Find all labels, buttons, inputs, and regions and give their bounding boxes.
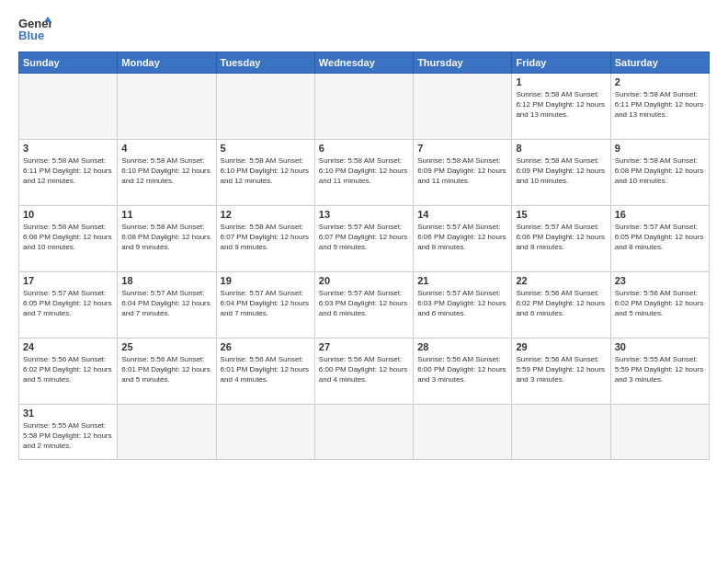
day-info: Sunrise: 5:56 AM Sunset: 5:59 PM Dayligh… bbox=[516, 354, 606, 385]
day-number: 30 bbox=[615, 341, 705, 352]
day-number: 5 bbox=[221, 143, 311, 154]
day-number: 11 bbox=[121, 209, 211, 220]
calendar-week-row: 1Sunrise: 5:58 AM Sunset: 6:12 PM Daylig… bbox=[19, 74, 710, 140]
day-info: Sunrise: 5:56 AM Sunset: 6:00 PM Dayligh… bbox=[319, 354, 409, 385]
col-header-monday: Monday bbox=[118, 52, 216, 74]
day-info: Sunrise: 5:57 AM Sunset: 6:03 PM Dayligh… bbox=[319, 288, 409, 319]
svg-text:Blue: Blue bbox=[18, 29, 44, 42]
day-info: Sunrise: 5:58 AM Sunset: 6:08 PM Dayligh… bbox=[615, 155, 705, 187]
day-number: 15 bbox=[516, 209, 606, 220]
calendar-cell: 15Sunrise: 5:57 AM Sunset: 6:06 PM Dayli… bbox=[512, 206, 610, 272]
day-info: Sunrise: 5:57 AM Sunset: 6:03 PM Dayligh… bbox=[417, 288, 507, 319]
day-number: 18 bbox=[121, 275, 211, 286]
day-info: Sunrise: 5:56 AM Sunset: 6:01 PM Dayligh… bbox=[221, 354, 311, 385]
calendar-cell: 7Sunrise: 5:58 AM Sunset: 6:09 PM Daylig… bbox=[414, 140, 512, 206]
day-number: 20 bbox=[319, 275, 409, 286]
calendar-cell: 12Sunrise: 5:58 AM Sunset: 6:07 PM Dayli… bbox=[216, 206, 314, 272]
calendar-cell: 25Sunrise: 5:56 AM Sunset: 6:01 PM Dayli… bbox=[118, 339, 216, 405]
calendar-cell bbox=[610, 405, 709, 460]
day-number: 1 bbox=[516, 76, 606, 87]
calendar-week-row: 10Sunrise: 5:58 AM Sunset: 6:08 PM Dayli… bbox=[19, 206, 710, 272]
day-info: Sunrise: 5:58 AM Sunset: 6:10 PM Dayligh… bbox=[121, 155, 211, 187]
day-number: 17 bbox=[23, 275, 113, 286]
day-number: 2 bbox=[615, 76, 705, 87]
calendar-cell: 19Sunrise: 5:57 AM Sunset: 6:04 PM Dayli… bbox=[216, 272, 314, 339]
day-number: 24 bbox=[23, 341, 113, 352]
calendar-cell bbox=[216, 74, 314, 140]
calendar-cell: 4Sunrise: 5:58 AM Sunset: 6:10 PM Daylig… bbox=[118, 140, 216, 206]
day-info: Sunrise: 5:58 AM Sunset: 6:11 PM Dayligh… bbox=[23, 155, 113, 187]
col-header-wednesday: Wednesday bbox=[314, 52, 413, 74]
day-info: Sunrise: 5:58 AM Sunset: 6:08 PM Dayligh… bbox=[23, 222, 113, 253]
day-number: 19 bbox=[221, 275, 311, 286]
calendar-cell: 13Sunrise: 5:57 AM Sunset: 6:07 PM Dayli… bbox=[314, 206, 413, 272]
calendar-week-row: 24Sunrise: 5:56 AM Sunset: 6:02 PM Dayli… bbox=[19, 339, 710, 405]
day-info: Sunrise: 5:55 AM Sunset: 5:59 PM Dayligh… bbox=[615, 354, 705, 385]
day-info: Sunrise: 5:57 AM Sunset: 6:06 PM Dayligh… bbox=[417, 222, 507, 253]
day-number: 12 bbox=[221, 209, 311, 220]
day-info: Sunrise: 5:58 AM Sunset: 6:09 PM Dayligh… bbox=[417, 155, 507, 187]
calendar-week-row: 3Sunrise: 5:58 AM Sunset: 6:11 PM Daylig… bbox=[19, 140, 710, 206]
day-number: 7 bbox=[417, 143, 507, 154]
day-info: Sunrise: 5:57 AM Sunset: 6:05 PM Dayligh… bbox=[23, 288, 113, 319]
calendar-cell: 28Sunrise: 5:56 AM Sunset: 6:00 PM Dayli… bbox=[414, 339, 512, 405]
calendar-cell: 1Sunrise: 5:58 AM Sunset: 6:12 PM Daylig… bbox=[512, 74, 610, 140]
calendar-cell bbox=[314, 405, 413, 460]
col-header-sunday: Sunday bbox=[19, 52, 118, 74]
day-number: 13 bbox=[319, 209, 409, 220]
calendar-cell bbox=[118, 74, 216, 140]
calendar-cell: 11Sunrise: 5:58 AM Sunset: 6:08 PM Dayli… bbox=[118, 206, 216, 272]
day-info: Sunrise: 5:56 AM Sunset: 6:01 PM Dayligh… bbox=[121, 354, 211, 385]
calendar-cell: 17Sunrise: 5:57 AM Sunset: 6:05 PM Dayli… bbox=[19, 272, 118, 339]
header: General Blue bbox=[18, 15, 710, 42]
calendar-cell: 10Sunrise: 5:58 AM Sunset: 6:08 PM Dayli… bbox=[19, 206, 118, 272]
col-header-tuesday: Tuesday bbox=[216, 52, 314, 74]
calendar-cell: 8Sunrise: 5:58 AM Sunset: 6:09 PM Daylig… bbox=[512, 140, 610, 206]
calendar-cell bbox=[118, 405, 216, 460]
logo: General Blue bbox=[18, 15, 51, 42]
calendar-cell: 29Sunrise: 5:56 AM Sunset: 5:59 PM Dayli… bbox=[512, 339, 610, 405]
calendar-cell bbox=[512, 405, 610, 460]
calendar-cell: 2Sunrise: 5:58 AM Sunset: 6:11 PM Daylig… bbox=[610, 74, 709, 140]
day-info: Sunrise: 5:57 AM Sunset: 6:04 PM Dayligh… bbox=[221, 288, 311, 319]
calendar-cell: 20Sunrise: 5:57 AM Sunset: 6:03 PM Dayli… bbox=[314, 272, 413, 339]
day-number: 22 bbox=[516, 275, 606, 286]
calendar-cell: 30Sunrise: 5:55 AM Sunset: 5:59 PM Dayli… bbox=[610, 339, 709, 405]
calendar-cell: 9Sunrise: 5:58 AM Sunset: 6:08 PM Daylig… bbox=[610, 140, 709, 206]
day-number: 31 bbox=[23, 408, 113, 419]
calendar-cell: 5Sunrise: 5:58 AM Sunset: 6:10 PM Daylig… bbox=[216, 140, 314, 206]
day-info: Sunrise: 5:57 AM Sunset: 6:04 PM Dayligh… bbox=[121, 288, 211, 319]
calendar-cell: 26Sunrise: 5:56 AM Sunset: 6:01 PM Dayli… bbox=[216, 339, 314, 405]
day-info: Sunrise: 5:58 AM Sunset: 6:08 PM Dayligh… bbox=[121, 222, 211, 253]
day-info: Sunrise: 5:55 AM Sunset: 5:58 PM Dayligh… bbox=[23, 420, 113, 452]
day-number: 23 bbox=[615, 275, 705, 286]
day-number: 8 bbox=[516, 143, 606, 154]
calendar-cell: 6Sunrise: 5:58 AM Sunset: 6:10 PM Daylig… bbox=[314, 140, 413, 206]
day-info: Sunrise: 5:56 AM Sunset: 6:00 PM Dayligh… bbox=[417, 354, 507, 385]
day-number: 3 bbox=[23, 143, 113, 154]
day-number: 4 bbox=[121, 143, 211, 154]
day-number: 29 bbox=[516, 341, 606, 352]
day-info: Sunrise: 5:57 AM Sunset: 6:05 PM Dayligh… bbox=[615, 222, 705, 253]
col-header-saturday: Saturday bbox=[610, 52, 709, 74]
col-header-thursday: Thursday bbox=[414, 52, 512, 74]
day-number: 26 bbox=[221, 341, 311, 352]
calendar-week-row: 17Sunrise: 5:57 AM Sunset: 6:05 PM Dayli… bbox=[19, 272, 710, 339]
day-info: Sunrise: 5:57 AM Sunset: 6:06 PM Dayligh… bbox=[516, 222, 606, 253]
calendar-page: General Blue SundayMondayTuesdayWednesda… bbox=[0, 0, 728, 469]
calendar-cell bbox=[414, 405, 512, 460]
calendar-cell: 21Sunrise: 5:57 AM Sunset: 6:03 PM Dayli… bbox=[414, 272, 512, 339]
calendar-cell bbox=[19, 74, 118, 140]
calendar-table: SundayMondayTuesdayWednesdayThursdayFrid… bbox=[18, 52, 710, 460]
calendar-week-row: 31Sunrise: 5:55 AM Sunset: 5:58 PM Dayli… bbox=[19, 405, 710, 460]
calendar-cell: 31Sunrise: 5:55 AM Sunset: 5:58 PM Dayli… bbox=[19, 405, 118, 460]
calendar-cell: 27Sunrise: 5:56 AM Sunset: 6:00 PM Dayli… bbox=[314, 339, 413, 405]
day-info: Sunrise: 5:58 AM Sunset: 6:10 PM Dayligh… bbox=[221, 155, 311, 187]
day-info: Sunrise: 5:58 AM Sunset: 6:12 PM Dayligh… bbox=[516, 89, 606, 121]
calendar-cell: 24Sunrise: 5:56 AM Sunset: 6:02 PM Dayli… bbox=[19, 339, 118, 405]
calendar-cell: 14Sunrise: 5:57 AM Sunset: 6:06 PM Dayli… bbox=[414, 206, 512, 272]
day-info: Sunrise: 5:58 AM Sunset: 6:10 PM Dayligh… bbox=[319, 155, 409, 187]
day-number: 21 bbox=[417, 275, 507, 286]
calendar-cell bbox=[414, 74, 512, 140]
day-number: 28 bbox=[417, 341, 507, 352]
